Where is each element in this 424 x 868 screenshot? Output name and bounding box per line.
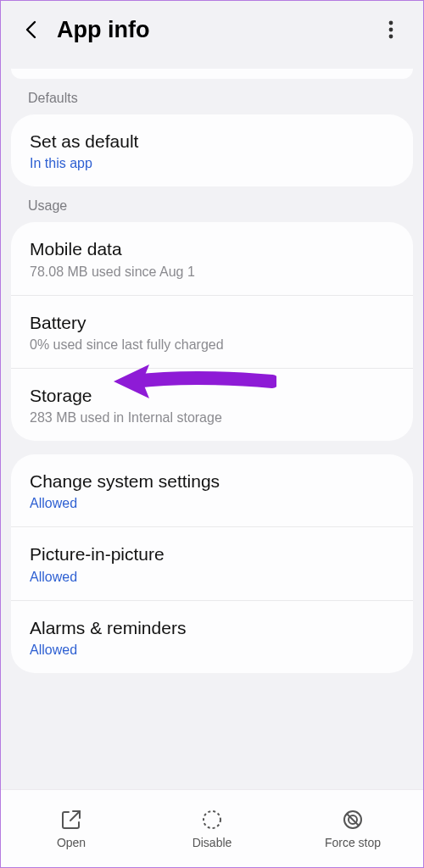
- row-title: Mobile data: [30, 237, 394, 260]
- open-icon: [60, 809, 82, 831]
- row-subtitle: 283 MB used in Internal storage: [30, 410, 394, 426]
- row-subtitle: 0% used since last fully charged: [30, 337, 394, 353]
- row-title: Battery: [30, 311, 394, 334]
- disable-icon: [201, 809, 223, 831]
- section-label-defaults: Defaults: [1, 79, 423, 114]
- app-bar: App info: [1, 1, 423, 65]
- card-defaults: Set as default In this app: [11, 114, 413, 186]
- disable-label: Disable: [192, 836, 232, 849]
- more-vert-icon: [388, 19, 393, 40]
- row-set-as-default[interactable]: Set as default In this app: [11, 114, 413, 186]
- page-title: App info: [57, 17, 377, 43]
- row-alarms-reminders[interactable]: Alarms & reminders Allowed: [11, 600, 413, 673]
- row-title: Set as default: [30, 130, 394, 153]
- svg-point-1: [389, 28, 393, 32]
- row-subtitle: Allowed: [30, 643, 394, 658]
- back-button[interactable]: [20, 18, 43, 42]
- open-label: Open: [57, 836, 86, 849]
- row-subtitle: In this app: [30, 156, 394, 171]
- row-subtitle: Allowed: [30, 496, 394, 511]
- svg-point-0: [389, 21, 393, 25]
- content-scroll[interactable]: Defaults Set as default In this app Usag…: [1, 69, 423, 789]
- chevron-left-icon: [24, 20, 39, 39]
- row-battery[interactable]: Battery 0% used since last fully charged: [11, 295, 413, 368]
- row-picture-in-picture[interactable]: Picture-in-picture Allowed: [11, 526, 413, 599]
- force-stop-label: Force stop: [325, 836, 381, 849]
- row-title: Storage: [30, 384, 394, 407]
- svg-point-3: [204, 811, 220, 828]
- open-button[interactable]: Open: [1, 790, 142, 867]
- force-stop-button[interactable]: Force stop: [282, 790, 423, 867]
- bottom-action-bar: Open Disable Force stop: [1, 789, 423, 867]
- disable-button[interactable]: Disable: [142, 790, 282, 867]
- row-change-system-settings[interactable]: Change system settings Allowed: [11, 454, 413, 526]
- row-title: Change system settings: [30, 470, 394, 492]
- section-label-usage: Usage: [1, 186, 423, 222]
- row-storage[interactable]: Storage 283 MB used in Internal storage: [11, 368, 413, 441]
- card-permissions: Change system settings Allowed Picture-i…: [11, 454, 413, 673]
- force-stop-icon: [342, 809, 364, 831]
- svg-point-2: [389, 35, 393, 39]
- row-subtitle: 78.08 MB used since Aug 1: [30, 264, 394, 280]
- row-title: Alarms & reminders: [30, 616, 394, 639]
- row-mobile-data[interactable]: Mobile data 78.08 MB used since Aug 1: [11, 222, 413, 294]
- row-subtitle: Allowed: [30, 570, 394, 585]
- row-title: Picture-in-picture: [30, 542, 394, 565]
- card-usage: Mobile data 78.08 MB used since Aug 1 Ba…: [11, 222, 413, 441]
- overflow-menu-button[interactable]: [377, 16, 404, 43]
- prev-card-tail: [11, 69, 413, 79]
